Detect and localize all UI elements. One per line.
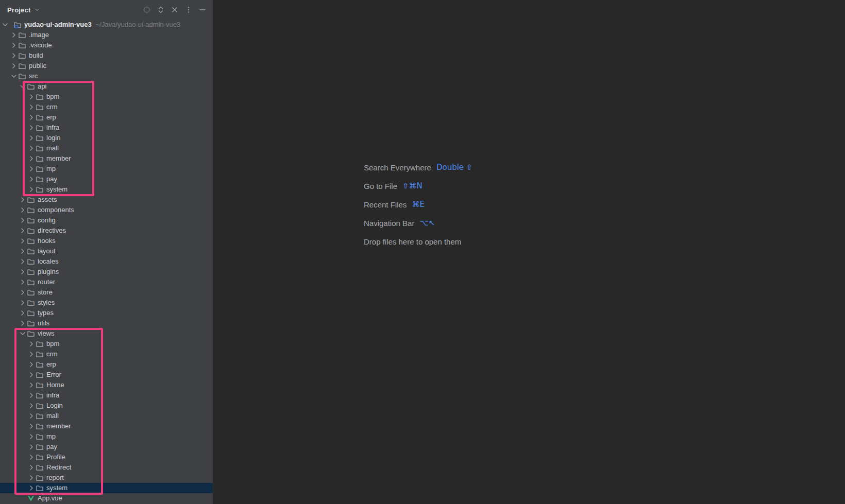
- tree-item-erp[interactable]: erp: [0, 359, 213, 370]
- chevron-right-icon[interactable]: [19, 206, 27, 214]
- chevron-right-icon[interactable]: [10, 62, 18, 70]
- tree-item-report[interactable]: report: [0, 473, 213, 483]
- chevron-right-icon[interactable]: [27, 165, 36, 173]
- tree-item-login[interactable]: Login: [0, 401, 213, 411]
- chevron-right-icon[interactable]: [27, 453, 36, 461]
- chevron-right-icon[interactable]: [27, 103, 36, 111]
- tree-item-member[interactable]: member: [0, 153, 213, 164]
- tree-item-mp[interactable]: mp: [0, 431, 213, 442]
- tree-item-profile[interactable]: Profile: [0, 452, 213, 462]
- chevron-right-icon[interactable]: [27, 474, 36, 482]
- tree-item-types[interactable]: types: [0, 308, 213, 318]
- chevron-right-icon[interactable]: [19, 288, 27, 297]
- hide-panel-icon[interactable]: [198, 6, 207, 14]
- chevron-down-icon[interactable]: [10, 72, 18, 80]
- tree-item-pay[interactable]: pay: [0, 442, 213, 452]
- tree-item-public[interactable]: public: [0, 61, 213, 71]
- tree-item-config[interactable]: config: [0, 215, 213, 225]
- tree-item-mall[interactable]: mall: [0, 143, 213, 153]
- chevron-right-icon[interactable]: [27, 175, 36, 183]
- tree-item-error[interactable]: Error: [0, 370, 213, 380]
- chevron-right-icon[interactable]: [27, 412, 36, 420]
- chevron-right-icon[interactable]: [10, 41, 18, 49]
- tree-item-mp[interactable]: mp: [0, 164, 213, 174]
- chevron-right-icon[interactable]: [10, 51, 18, 60]
- chevron-right-icon[interactable]: [19, 278, 27, 286]
- chevron-right-icon[interactable]: [19, 309, 27, 317]
- tree-item-mall[interactable]: mall: [0, 411, 213, 421]
- tree-item-system[interactable]: system: [0, 184, 213, 195]
- tree-item-utils[interactable]: utils: [0, 318, 213, 328]
- tree-item-home[interactable]: Home: [0, 380, 213, 390]
- chevron-right-icon[interactable]: [27, 113, 36, 121]
- chevron-down-icon[interactable]: [19, 329, 27, 338]
- chevron-right-icon[interactable]: [27, 391, 36, 399]
- chevron-right-icon[interactable]: [19, 216, 27, 224]
- chevron-right-icon[interactable]: [27, 432, 36, 441]
- tree-item-infra[interactable]: infra: [0, 123, 213, 133]
- tree-item-image[interactable]: .image: [0, 30, 213, 40]
- tree-item-router[interactable]: router: [0, 277, 213, 287]
- tree-item-bpm[interactable]: bpm: [0, 92, 213, 102]
- chevron-right-icon[interactable]: [19, 227, 27, 235]
- tree-item-src[interactable]: src: [0, 71, 213, 81]
- tree-item-bpm[interactable]: bpm: [0, 339, 213, 349]
- tree-item-crm[interactable]: crm: [0, 349, 213, 359]
- chevron-right-icon[interactable]: [27, 93, 36, 101]
- chevron-right-icon[interactable]: [27, 154, 36, 163]
- chevron-right-icon[interactable]: [19, 237, 27, 245]
- tree-item-redirect[interactable]: Redirect: [0, 462, 213, 473]
- chevron-right-icon[interactable]: [27, 443, 36, 451]
- chevron-right-icon[interactable]: [19, 299, 27, 307]
- tree-item-hooks[interactable]: hooks: [0, 236, 213, 246]
- tree-item-layout[interactable]: layout: [0, 246, 213, 256]
- chevron-right-icon[interactable]: [27, 124, 36, 132]
- chevron-right-icon[interactable]: [19, 319, 27, 327]
- chevron-down-icon[interactable]: [34, 7, 40, 13]
- tree-item-store[interactable]: store: [0, 287, 213, 298]
- chevron-right-icon[interactable]: [27, 422, 36, 430]
- chevron-right-icon[interactable]: [27, 463, 36, 472]
- tree-item-plugins[interactable]: plugins: [0, 267, 213, 277]
- chevron-right-icon[interactable]: [27, 402, 36, 410]
- tree-item-crm[interactable]: crm: [0, 102, 213, 112]
- project-panel-title[interactable]: Project: [7, 6, 30, 14]
- expand-selection-icon[interactable]: [157, 6, 165, 14]
- more-options-icon[interactable]: [184, 6, 193, 14]
- tree-item-components[interactable]: components: [0, 205, 213, 215]
- tree-item-system[interactable]: system: [0, 483, 213, 493]
- chevron-right-icon[interactable]: [27, 134, 36, 142]
- collapse-all-icon[interactable]: [171, 6, 179, 14]
- tree-item-assets[interactable]: assets: [0, 195, 213, 205]
- chevron-down-icon[interactable]: [19, 82, 27, 91]
- tree-item-login[interactable]: login: [0, 133, 213, 143]
- chevron-right-icon[interactable]: [27, 381, 36, 389]
- chevron-right-icon[interactable]: [27, 340, 36, 348]
- tree-item-vscode[interactable]: .vscode: [0, 40, 213, 50]
- chevron-right-icon[interactable]: [27, 350, 36, 358]
- tree-item-styles[interactable]: styles: [0, 298, 213, 308]
- tree-item-locales[interactable]: locales: [0, 256, 213, 267]
- tree-item-member[interactable]: member: [0, 421, 213, 431]
- chevron-right-icon[interactable]: [27, 360, 36, 369]
- chevron-right-icon[interactable]: [19, 247, 27, 255]
- tree-item-root-yudao-ui-admin-vue3[interactable]: yudao-ui-admin-vue3~/Java/yudao-ui-admin…: [0, 20, 213, 30]
- chevron-right-icon[interactable]: [27, 144, 36, 152]
- chevron-right-icon[interactable]: [19, 257, 27, 266]
- tree-item-infra[interactable]: infra: [0, 390, 213, 401]
- tree-item-pay[interactable]: pay: [0, 174, 213, 184]
- tree-item-directives[interactable]: directives: [0, 225, 213, 236]
- chevron-right-icon[interactable]: [19, 268, 27, 276]
- chevron-right-icon[interactable]: [10, 31, 18, 39]
- chevron-down-icon[interactable]: [1, 21, 9, 29]
- tree-item-api[interactable]: api: [0, 81, 213, 92]
- tree-item-build[interactable]: build: [0, 50, 213, 61]
- chevron-right-icon[interactable]: [27, 371, 36, 379]
- tree-item-app.vue[interactable]: App.vue: [0, 493, 213, 503]
- chevron-right-icon[interactable]: [19, 196, 27, 204]
- chevron-right-icon[interactable]: [27, 185, 36, 194]
- tree-item-views[interactable]: views: [0, 328, 213, 339]
- chevron-right-icon[interactable]: [27, 484, 36, 492]
- locate-icon[interactable]: [143, 6, 151, 14]
- tree-item-erp[interactable]: erp: [0, 112, 213, 123]
